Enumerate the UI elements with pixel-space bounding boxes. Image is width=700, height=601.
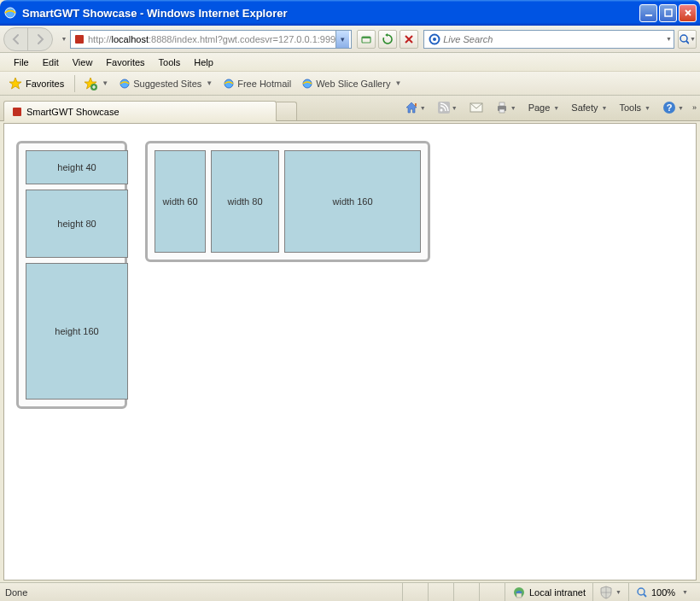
menu-file[interactable]: File <box>7 55 36 69</box>
vlayout-cell: height 40 <box>26 150 128 184</box>
svg-point-12 <box>303 79 312 88</box>
nav-history-dropdown[interactable]: ▼ <box>58 28 70 50</box>
help-button[interactable]: ? ▼ <box>659 99 687 116</box>
svg-point-0 <box>5 8 15 18</box>
tab-bar: SmartGWT Showcase ▼ ▼ ▼ Page▼ Safety▼ To… <box>0 96 700 121</box>
zoom-icon <box>636 586 648 598</box>
feeds-button[interactable]: ▼ <box>435 100 461 115</box>
hlayout-cell: width 160 <box>284 150 421 253</box>
page-favicon-icon <box>73 32 86 46</box>
page-menu[interactable]: Page▼ <box>525 101 563 114</box>
tab-smartgwt[interactable]: SmartGWT Showcase <box>3 101 277 121</box>
status-segment <box>479 583 505 601</box>
tools-menu[interactable]: Tools▼ <box>615 101 654 114</box>
zone-label: Local intranet <box>529 587 586 598</box>
hotmail-label: Free Hotmail <box>237 79 291 89</box>
svg-rect-5 <box>362 37 370 38</box>
favorites-bar: Favorites ▼ Suggested Sites ▼ Free Hotma… <box>0 72 700 96</box>
svg-point-8 <box>680 35 687 42</box>
menu-favorites[interactable]: Favorites <box>99 55 151 69</box>
maximize-button[interactable] <box>659 4 677 22</box>
svg-point-11 <box>225 79 233 88</box>
separator <box>74 75 75 92</box>
print-button[interactable]: ▼ <box>492 99 520 116</box>
svg-point-15 <box>440 109 442 112</box>
ie-icon <box>119 78 131 90</box>
menu-bar: File Edit View Favorites Tools Help <box>0 53 700 72</box>
free-hotmail-link[interactable]: Free Hotmail <box>221 76 293 91</box>
favorites-label: Favorites <box>26 79 64 89</box>
search-input[interactable] <box>443 34 666 44</box>
favorites-button[interactable]: Favorites <box>5 75 67 92</box>
status-segment <box>428 583 453 601</box>
svg-rect-13 <box>13 108 21 116</box>
svg-rect-2 <box>665 9 672 16</box>
forward-button[interactable] <box>28 28 52 50</box>
search-box[interactable]: ▼ <box>423 30 674 49</box>
status-segment <box>453 583 479 601</box>
tools-label: Tools <box>619 102 641 113</box>
zone-icon <box>512 586 526 599</box>
page-content: height 40height 80height 160 width 60wid… <box>3 123 697 581</box>
hlayout-cell: width 60 <box>155 150 206 253</box>
status-segment <box>402 583 428 601</box>
menu-view[interactable]: View <box>66 55 100 69</box>
ie-icon <box>223 78 235 90</box>
menu-edit[interactable]: Edit <box>36 55 66 69</box>
star-icon <box>9 77 22 90</box>
vertical-layout-container: height 40height 80height 160 <box>16 141 127 409</box>
page-label: Page <box>528 102 551 113</box>
back-button[interactable] <box>4 28 28 50</box>
menu-help[interactable]: Help <box>187 55 220 69</box>
zoom-control[interactable]: 100% ▼ <box>628 583 695 601</box>
vlayout-cell: height 80 <box>26 190 128 258</box>
ie-icon <box>301 78 313 90</box>
window-title: SmartGWT Showcase - Windows Internet Exp… <box>22 7 639 20</box>
bing-icon <box>429 33 440 45</box>
zoom-value: 100% <box>651 587 675 598</box>
stop-button[interactable] <box>400 30 418 49</box>
close-button[interactable] <box>679 4 697 22</box>
suggested-sites-link[interactable]: Suggested Sites ▼ <box>117 76 214 91</box>
menu-tools[interactable]: Tools <box>152 55 188 69</box>
address-dropdown[interactable]: ▾ <box>335 31 349 48</box>
search-provider-dropdown[interactable]: ▼ <box>666 36 672 42</box>
status-text: Done <box>5 587 402 598</box>
svg-rect-1 <box>645 15 652 16</box>
minimize-button[interactable] <box>639 4 657 22</box>
svg-rect-23 <box>516 593 522 598</box>
suggested-sites-label: Suggested Sites <box>133 79 201 89</box>
hlayout-cell: width 80 <box>211 150 279 253</box>
safety-menu[interactable]: Safety▼ <box>568 101 610 114</box>
shield-icon <box>600 586 612 599</box>
refresh-button[interactable] <box>378 30 397 49</box>
tab-title: SmartGWT Showcase <box>26 107 120 117</box>
svg-rect-19 <box>499 109 505 113</box>
protected-mode-button[interactable]: ▼ <box>592 583 628 601</box>
navigation-bar: ▼ http://localhost:8888/index.html?gwt.c… <box>0 26 700 53</box>
address-text: http://localhost:8888/index.html?gwt.cod… <box>88 34 335 44</box>
toolbar-overflow[interactable]: » <box>692 103 695 112</box>
svg-rect-18 <box>499 102 505 106</box>
security-zone[interactable]: Local intranet <box>505 583 592 601</box>
svg-text:?: ? <box>667 102 673 113</box>
add-favorite-button[interactable]: ▼ <box>82 75 110 92</box>
address-bar[interactable]: http://localhost:8888/index.html?gwt.cod… <box>70 30 352 49</box>
svg-rect-3 <box>75 35 84 44</box>
vlayout-cell: height 160 <box>26 263 128 400</box>
tab-favicon-icon <box>11 106 23 118</box>
web-slice-link[interactable]: Web Slice Gallery ▼ <box>300 76 403 91</box>
ie-logo-icon <box>3 6 17 20</box>
horizontal-layout-container: width 60width 80width 160 <box>145 141 430 262</box>
home-button[interactable]: ▼ <box>401 99 429 116</box>
compat-view-button[interactable] <box>357 30 376 49</box>
read-mail-button[interactable] <box>466 101 487 114</box>
svg-point-7 <box>433 38 436 41</box>
new-tab-button[interactable] <box>277 102 297 120</box>
svg-point-10 <box>120 79 129 88</box>
safety-label: Safety <box>571 102 598 113</box>
status-bar: Done Local intranet ▼ 100% ▼ <box>0 582 700 601</box>
svg-point-24 <box>638 588 645 595</box>
search-go-button[interactable]: ▼ <box>678 30 697 49</box>
web-slice-label: Web Slice Gallery <box>316 79 390 89</box>
